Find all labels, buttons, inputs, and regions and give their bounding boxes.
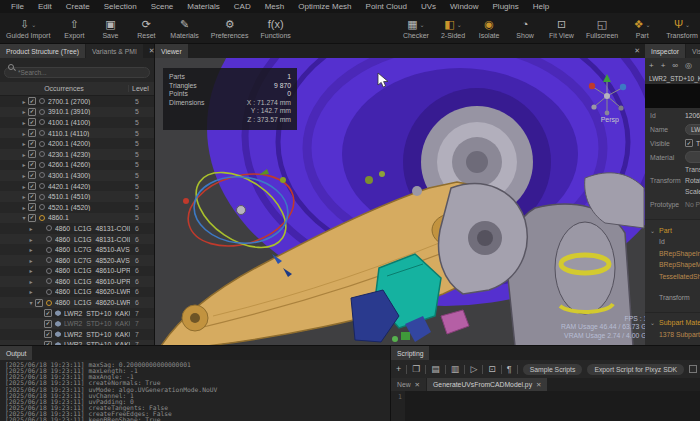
expander-icon[interactable] (20, 108, 28, 115)
tree-row[interactable]: 4860_LC7G_48520-AVS_ABSR_LH 6 (0, 255, 154, 266)
tree-item-label[interactable]: 4110.1 (4110) (48, 130, 130, 137)
expander-icon[interactable] (20, 204, 28, 211)
tree-row[interactable]: 4100.1 (4100) 5 (0, 117, 154, 128)
new-script-icon[interactable]: + (396, 365, 401, 374)
close-icon[interactable]: ✕ (536, 381, 541, 389)
camera-mode-label[interactable]: Persp (601, 116, 619, 123)
add-occurrence-icon[interactable]: + (649, 61, 654, 70)
tree-item-label[interactable]: 4860_LC1G_48131-COIL_SPRG_R (55, 225, 130, 232)
property-row[interactable]: Transform (645, 292, 700, 304)
chevron-down-icon[interactable]: ⌄ (31, 21, 36, 28)
tree-row[interactable]: 4510.1 (4510) 5 (0, 191, 154, 202)
transform-rotation[interactable]: Rotation (685, 175, 700, 186)
reset-button[interactable]: ⟳⌄ Reset (134, 17, 158, 39)
tree-item-label[interactable]: LWR2_STD+10_KAKUNIN (64, 320, 130, 327)
tab-scripting[interactable]: Scripting (391, 346, 429, 360)
checkbox[interactable] (44, 309, 52, 317)
expander-icon[interactable] (20, 214, 28, 221)
tree-row[interactable]: 4860_LC1G_48620-LWR1_ARM_R 6 (0, 287, 154, 298)
menu-item[interactable]: Help (526, 2, 556, 11)
menu-item[interactable]: Selection (97, 2, 144, 11)
expander-icon[interactable] (27, 278, 35, 285)
tree-item-label[interactable]: 4860_LC1G_48620-LWR1_ARM_R (55, 288, 130, 295)
expander-icon[interactable] (27, 225, 35, 232)
menu-item[interactable]: CAD (227, 2, 258, 11)
visible-checkbox[interactable] (685, 139, 693, 147)
expander-icon[interactable] (27, 288, 35, 295)
checkbox[interactable] (44, 341, 52, 345)
expander-icon[interactable] (27, 299, 35, 306)
materials-button[interactable]: ✎⌄ Materials (170, 17, 198, 39)
close-icon[interactable]: ✕ (415, 381, 420, 389)
script-tab-new[interactable]: New✕ (391, 378, 426, 391)
fullscreen-button[interactable]: ◱⌄ Fullscreen (586, 17, 618, 39)
tree-item-label[interactable]: 4510.1 (4510) (48, 193, 130, 200)
add-component-icon[interactable]: + (661, 61, 666, 70)
menu-item[interactable]: Plugins (486, 2, 526, 11)
expander-icon[interactable] (27, 267, 35, 274)
checker-button[interactable]: ▦⌄ Checker (403, 17, 429, 39)
tree-item-label[interactable]: 4860_LC7G_48520-AVS_ABSR_LH (55, 257, 130, 264)
chevron-down-icon[interactable]: ⌄ (420, 21, 425, 28)
tree-row[interactable]: 4230.1 (4230) 5 (0, 149, 154, 160)
menu-item[interactable]: File (4, 2, 31, 11)
menu-item[interactable]: Create (59, 2, 97, 11)
chevron-down-icon[interactable]: ⌄ (685, 21, 690, 28)
property-row[interactable]: BRepShapeInitial (645, 248, 700, 260)
tree-item-label[interactable]: 2700.1 (2700) (48, 98, 130, 105)
code-editor[interactable]: 1 (391, 391, 700, 421)
tree-row[interactable]: LWR2_STD+10_KAKUNIN 7 (0, 340, 154, 345)
menu-item[interactable]: Materials (180, 2, 226, 11)
tree-row[interactable]: LWR2_STD+10_KAKUNIN 7 (0, 308, 154, 319)
checkbox[interactable] (689, 365, 697, 373)
run-selection-icon[interactable]: ⊡ (488, 365, 496, 374)
name-field[interactable]: LWR2_STD+10_KAKUNIN (685, 124, 700, 135)
expander-icon[interactable] (27, 257, 35, 264)
expander-icon[interactable] (27, 236, 35, 243)
tree-row[interactable]: 4860_LC1G_48610-UPR1_ARM_R 6 (0, 266, 154, 277)
sample-scripts-button[interactable]: Sample Scripts (523, 364, 583, 375)
tab-product-structure[interactable]: Product Structure (Tree) (0, 44, 85, 58)
expander-icon[interactable] (20, 183, 28, 190)
checkbox[interactable] (44, 330, 52, 338)
expander-icon[interactable] (20, 161, 28, 168)
material-field[interactable] (685, 151, 700, 163)
column-level[interactable]: Level (128, 85, 154, 92)
prototype-link-icon[interactable]: ∞ (672, 61, 678, 70)
preferences-button[interactable]: ⚙⌄ Preferences (211, 17, 249, 39)
tree-item-label[interactable]: 4860_LC1G_48131-COIL_SPRG_R (55, 236, 130, 243)
tree-row[interactable]: 4300.1 (4300) 5 (0, 170, 154, 181)
expander-icon[interactable] (27, 246, 35, 253)
tree-row[interactable]: LWR2_STD+10_KAKUNIN 7 (0, 329, 154, 340)
menu-item[interactable]: Window (443, 2, 485, 11)
tree-item-label[interactable]: 4200.1 (4200) (48, 140, 130, 147)
tree-row[interactable]: 4860_LC1G_48620-LWR2_ARM 6 (0, 297, 154, 308)
checkbox[interactable] (28, 108, 36, 116)
checkbox[interactable] (28, 118, 36, 126)
tree-item-label[interactable]: 4260.1 (4260) (48, 161, 130, 168)
tree-row[interactable]: 4860_LC1G_48131-COIL_SPRG_R 6 (0, 234, 154, 245)
tree-row[interactable]: 4420.1 (4420) 5 (0, 181, 154, 192)
menu-item[interactable]: UVs (414, 2, 443, 11)
menu-item[interactable]: Edit (31, 2, 59, 11)
tree-item-label[interactable]: 4860_LC1G_48620-LWR2_ARM (55, 299, 130, 306)
synchronize-checkbox[interactable]: Synchronize (689, 365, 700, 373)
tree-item-label[interactable]: LWR2_STD+10_KAKUNIN (64, 341, 130, 345)
checkbox[interactable] (28, 203, 36, 211)
tree-item-label[interactable]: 4860.1 (48, 214, 130, 221)
tree-item-label[interactable]: 4420.1 (4420) (48, 183, 130, 190)
tab-viewer[interactable]: Viewer (155, 44, 188, 58)
menu-item[interactable]: Point Cloud (359, 2, 414, 11)
tree-item-label[interactable]: LWR2_STD+10_KAKUNIN (64, 331, 130, 338)
transform-translation[interactable]: Translation (685, 164, 700, 175)
tree-item-label[interactable]: 4860_LC1G_48610-UPR2_ARM_R (55, 278, 130, 285)
tree-row[interactable]: 3910.1 (3910) 5 (0, 107, 154, 118)
expander-icon[interactable] (20, 151, 28, 158)
close-icon[interactable]: ✕ (629, 44, 645, 58)
column-occurrences[interactable]: Occurrences (0, 85, 128, 92)
paste-script-icon[interactable]: ❐ (412, 365, 420, 374)
tree-row[interactable]: LWR2_STD+10_KAKUNIN 7 (0, 318, 154, 329)
tree-item-label[interactable]: 4860_LC1G_48610-UPR1_ARM_R (55, 267, 130, 274)
run-script-icon[interactable]: ▷ (470, 365, 477, 374)
isolate-button[interactable]: ◉⌄ Isolate (477, 17, 501, 39)
